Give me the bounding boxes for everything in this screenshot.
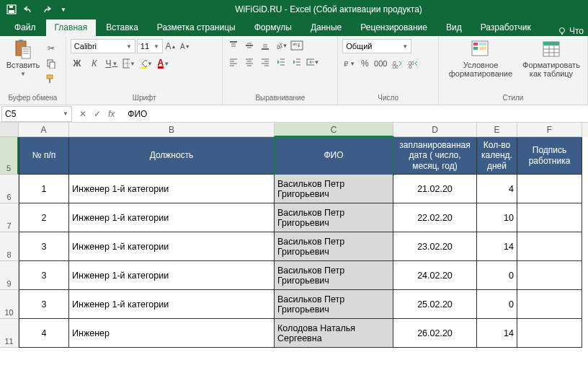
cell[interactable]: 2 (19, 203, 69, 232)
col-header-A[interactable]: A (19, 123, 69, 137)
cell[interactable]: 21.02.20 (393, 175, 477, 203)
format-painter-button[interactable] (45, 72, 58, 85)
name-box[interactable]: C5 ▼ (1, 106, 72, 122)
col-header-B[interactable]: B (69, 123, 275, 137)
align-right-button[interactable] (259, 56, 272, 69)
cell[interactable]: 0 (477, 290, 517, 319)
cell[interactable]: Инженер 1-й категории (69, 232, 275, 261)
wrap-text-button[interactable]: ab (290, 39, 303, 52)
cell[interactable]: Колодова Наталья Сергеевна (275, 319, 393, 348)
header-cell-active[interactable]: ФИО (275, 137, 393, 175)
shrink-font-button[interactable]: A▼ (179, 40, 192, 53)
cell[interactable]: 3 (19, 261, 69, 290)
cell[interactable]: Инженер 1-й категории (69, 261, 275, 290)
align-bottom-button[interactable] (259, 39, 272, 52)
tab-pagelayout[interactable]: Разметка страницы (148, 19, 244, 36)
increase-decimal-button[interactable]: ,0,00 (390, 57, 403, 70)
merge-center-button[interactable]: ▼ (306, 56, 319, 69)
header-cell[interactable]: № п/п (19, 137, 69, 175)
fill-color-button[interactable]: ▼ (140, 57, 153, 70)
cell[interactable]: 22.02.20 (393, 203, 477, 232)
cancel-icon[interactable]: ✕ (79, 109, 86, 119)
font-color-button[interactable]: А▼ (157, 57, 170, 70)
cell[interactable]: Инженер 1-й категории (69, 290, 275, 319)
tab-data[interactable]: Данные (302, 19, 350, 36)
bold-button[interactable]: Ж (71, 57, 84, 70)
cell[interactable]: 14 (477, 232, 517, 261)
header-cell[interactable]: Должность (69, 137, 275, 175)
cell[interactable]: Инженер (69, 319, 275, 348)
tell-me[interactable]: Что (558, 26, 588, 36)
increase-indent-button[interactable] (290, 56, 303, 69)
col-header-C[interactable]: C (275, 123, 393, 137)
col-header-E[interactable]: E (477, 123, 517, 137)
accounting-format-button[interactable]: ₽▼ (342, 57, 355, 70)
grow-font-button[interactable]: A▲ (164, 40, 177, 53)
redo-icon[interactable] (40, 4, 52, 15)
cell[interactable]: Васильков Петр Григорьевич (275, 203, 393, 232)
cell[interactable] (517, 319, 582, 348)
formula-input[interactable]: ФИО (120, 109, 147, 119)
fx-icon[interactable]: fx (108, 109, 115, 119)
font-name-combo[interactable]: Calibri▼ (71, 39, 135, 53)
row-header[interactable]: 8 (0, 232, 19, 261)
align-middle-button[interactable] (243, 39, 256, 52)
select-all-corner[interactable] (0, 123, 19, 137)
decrease-decimal-button[interactable]: ,00,0 (406, 57, 419, 70)
italic-button[interactable]: К (88, 57, 101, 70)
save-icon[interactable] (6, 4, 17, 15)
tab-insert[interactable]: Вставка (97, 19, 147, 36)
cell[interactable]: 14 (477, 319, 517, 348)
row-header[interactable]: 9 (0, 261, 19, 290)
cut-button[interactable]: ✂ (45, 42, 58, 55)
decrease-indent-button[interactable] (275, 56, 288, 69)
cell[interactable]: Васильков Петр Григорьевич (275, 290, 393, 319)
paste-button[interactable]: Вставить ▼ (4, 39, 42, 77)
comma-button[interactable]: 000 (374, 57, 387, 70)
row-header[interactable]: 5 (0, 137, 19, 175)
enter-icon[interactable]: ✓ (94, 109, 101, 119)
borders-button[interactable]: ▼ (122, 57, 135, 70)
cell[interactable]: 10 (477, 203, 517, 232)
customize-qat-icon[interactable]: ▼ (58, 4, 69, 15)
align-left-button[interactable] (227, 56, 240, 69)
number-format-combo[interactable]: Общий▼ (342, 39, 411, 53)
tab-developer[interactable]: Разработчик (472, 19, 540, 36)
col-header-D[interactable]: D (393, 123, 477, 137)
align-top-button[interactable] (227, 39, 240, 52)
cell[interactable]: 4 (477, 175, 517, 203)
cell[interactable]: Инженер 1-й категории (69, 175, 275, 203)
cell[interactable]: 25.02.20 (393, 290, 477, 319)
undo-icon[interactable] (23, 4, 35, 15)
cell[interactable]: 1 (19, 175, 69, 203)
font-size-combo[interactable]: 11▼ (137, 39, 163, 53)
tab-formulas[interactable]: Формулы (246, 19, 300, 36)
cell[interactable] (517, 175, 582, 203)
cell[interactable] (517, 261, 582, 290)
cell[interactable]: 4 (19, 319, 69, 348)
conditional-formatting-button[interactable]: Условное форматирование (443, 39, 518, 78)
tab-home[interactable]: Главная (46, 19, 97, 36)
cell[interactable] (517, 232, 582, 261)
header-cell[interactable]: Кол-во календ. дней (477, 137, 517, 175)
cell[interactable]: Васильков Петр Григорьевич (275, 261, 393, 290)
percent-button[interactable]: % (358, 57, 371, 70)
format-as-table-button[interactable]: Форматировать как таблицу (520, 39, 583, 78)
cell[interactable] (517, 203, 582, 232)
orientation-button[interactable]: ab▼ (275, 39, 288, 52)
row-header[interactable]: 6 (0, 175, 19, 203)
tab-file[interactable]: Файл (6, 19, 45, 36)
cell[interactable]: 3 (19, 232, 69, 261)
cell[interactable]: Васильков Петр Григорьевич (275, 232, 393, 261)
cell[interactable]: 0 (477, 261, 517, 290)
cell[interactable]: Инженер 1-й категории (69, 203, 275, 232)
cell[interactable]: 26.02.20 (393, 319, 477, 348)
row-header[interactable]: 10 (0, 290, 19, 319)
cell[interactable]: 23.02.20 (393, 232, 477, 261)
cell[interactable]: 24.02.20 (393, 261, 477, 290)
tab-review[interactable]: Рецензирование (352, 19, 436, 36)
align-center-button[interactable] (243, 56, 256, 69)
tab-view[interactable]: Вид (437, 19, 471, 36)
cell[interactable] (517, 290, 582, 319)
col-header-F[interactable]: F (517, 123, 582, 137)
